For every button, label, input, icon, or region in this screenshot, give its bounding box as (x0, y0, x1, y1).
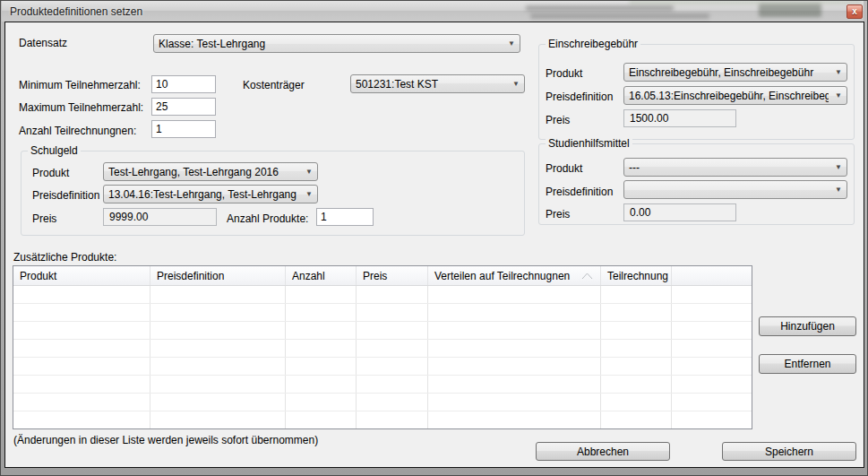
schulgeld-preisdefinition-value: 13.04.16:Test-Lehrgang, Test-Lehrgang 20… (108, 188, 299, 201)
dialog-window: Produktedefinitionen setzen x Datensatz … (0, 0, 868, 476)
table-row (13, 322, 752, 340)
studienhilfsmittel-produkt-combobox[interactable]: --- ▼ (623, 158, 847, 177)
column-header-preis[interactable]: Preis (357, 266, 428, 285)
table-row (13, 394, 752, 411)
table-row (13, 340, 752, 358)
anzahl-teilrechnungen-label: Anzahl Teilrechnungnen: (19, 125, 136, 137)
einschreibegebuehr-preisdefinition-combobox[interactable]: 16.05.13:Einschreibegebühr, Einschreibeg… (623, 86, 847, 105)
column-header-anzahl[interactable]: Anzahl (286, 266, 357, 285)
chevron-down-icon: ▼ (835, 186, 842, 194)
studienhilfsmittel-group-title: Studienhilfsmittel (546, 137, 632, 150)
table-row (13, 286, 752, 304)
schulgeld-produkt-combobox[interactable]: Test-Lehrgang, Test-Lehrgang 2016 ▼ (103, 162, 318, 181)
background-blur (526, 5, 674, 11)
column-header-teilrechnung[interactable]: Teilrechnung (601, 266, 672, 285)
einschreibegebuehr-produkt-combobox[interactable]: Einschreibegebühr, Einschreibegebühr ▼ (623, 63, 847, 82)
anzahl-teilrechnungen-input[interactable] (151, 120, 216, 138)
datensatz-combobox[interactable]: Klasse: Test-Lehrgang ▼ (153, 34, 520, 53)
table-header: Produkt Preisdefinition Anzahl Preis Ver… (13, 266, 752, 286)
schulgeld-preis-field: 9999.00 (103, 208, 217, 226)
table-row (13, 376, 752, 394)
studienhilfsmittel-preis-field: 0.00 (623, 203, 736, 221)
background-blur (759, 4, 821, 17)
background-blur (530, 13, 709, 19)
background-blur (629, 1, 862, 4)
studienhilfsmittel-preisdefinition-combobox[interactable]: ▼ (623, 180, 847, 199)
table-row (13, 304, 752, 322)
close-icon[interactable]: x (847, 4, 863, 19)
studienhilfsmittel-produkt-label: Produkt (546, 162, 582, 175)
schulgeld-produkt-value: Test-Lehrgang, Test-Lehrgang 2016 (108, 166, 299, 178)
datensatz-value: Klasse: Test-Lehrgang (159, 38, 502, 50)
column-header-preisdefinition[interactable]: Preisdefinition (150, 266, 286, 285)
column-header-empty (672, 266, 752, 285)
studienhilfsmittel-preisdefinition-label: Preisdefinition (546, 186, 613, 198)
max-teilnehmer-input[interactable] (151, 98, 216, 116)
kostentraeger-value: 501231:Test KST (356, 78, 506, 91)
list-hint-note: (Änderungen in dieser Liste werden jewei… (13, 434, 318, 446)
hinzufuegen-button[interactable]: Hinzufügen (759, 316, 856, 336)
table-row (13, 358, 752, 376)
schulgeld-preisdefinition-combobox[interactable]: 13.04.16:Test-Lehrgang, Test-Lehrgang 20… (103, 185, 318, 203)
schulgeld-produkt-label: Produkt (32, 167, 69, 179)
anzahl-produkte-label: Anzahl Produkte: (227, 212, 308, 225)
chevron-down-icon: ▼ (508, 40, 515, 48)
studienhilfsmittel-preis-label: Preis (546, 208, 570, 221)
zusaetzliche-produkte-table[interactable]: Produkt Preisdefinition Anzahl Preis Ver… (13, 265, 752, 429)
chevron-down-icon: ▼ (305, 191, 313, 198)
zusaetzliche-produkte-label: Zusätzliche Produkte: (13, 251, 116, 264)
table-body[interactable] (13, 286, 752, 429)
min-teilnehmer-label: Minimum Teilnehmerzahl: (19, 79, 141, 91)
einschreibegebuehr-produkt-value: Einschreibegebühr, Einschreibegebühr (629, 66, 829, 79)
sort-ascending-icon (581, 273, 593, 280)
einschreibegebuehr-produkt-label: Produkt (546, 67, 582, 80)
column-header-produkt[interactable]: Produkt (13, 266, 150, 285)
kostentraeger-combobox[interactable]: 501231:Test KST ▼ (350, 74, 525, 93)
schulgeld-preisdefinition-label: Preisdefinition (32, 189, 99, 202)
column-header-verteilen-label: Verteilen auf Teilrechnugnen (434, 270, 570, 282)
table-row (13, 411, 752, 429)
einschreibegebuehr-group-title: Einschreibegebühr (546, 38, 640, 50)
chevron-down-icon: ▼ (835, 69, 842, 76)
max-teilnehmer-label: Maximum Teilnehmerzahl: (19, 101, 143, 114)
kostentraeger-label: Kostenträger (243, 79, 305, 91)
einschreibegebuehr-preisdefinition-value: 16.05.13:Einschreibegebühr, Einschreibeg… (629, 90, 829, 102)
titlebar[interactable]: Produktedefinitionen setzen (2, 1, 864, 22)
schulgeld-group-title: Schulgeld (28, 144, 81, 157)
min-teilnehmer-input[interactable] (151, 75, 216, 93)
datensatz-label: Datensatz (19, 37, 67, 49)
column-header-verteilen[interactable]: Verteilen auf Teilrechnugnen (428, 266, 601, 285)
studienhilfsmittel-produkt-value: --- (629, 161, 829, 174)
einschreibegebuehr-preisdefinition-label: Preisdefinition (546, 91, 613, 103)
chevron-down-icon: ▼ (305, 169, 313, 176)
einschreibegebuehr-preis-label: Preis (546, 114, 570, 126)
entfernen-button[interactable]: Entfernen (759, 354, 856, 374)
abbrechen-button[interactable]: Abbrechen (536, 442, 670, 461)
window-title: Produktedefinitionen setzen (10, 5, 142, 18)
chevron-down-icon: ▼ (835, 92, 842, 100)
chevron-down-icon: ▼ (512, 81, 520, 88)
schulgeld-preis-label: Preis (32, 212, 56, 225)
speichern-button[interactable]: Speichern (722, 442, 856, 461)
anzahl-produkte-input[interactable] (316, 208, 374, 226)
chevron-down-icon: ▼ (835, 164, 842, 171)
einschreibegebuehr-preis-field: 1500.00 (623, 109, 736, 127)
